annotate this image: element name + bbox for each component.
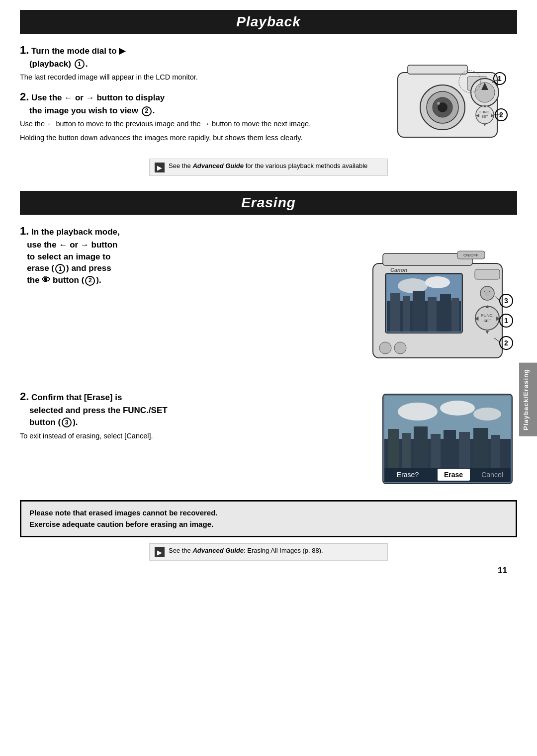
svg-point-66 [440,401,475,416]
svg-rect-74 [459,432,470,469]
svg-point-65 [398,403,438,420]
svg-rect-75 [473,428,488,469]
page-number: 11 [498,566,507,576]
playback-camera-svg: 1 2 FUNC. SET ▲ ▼ ◀ ▶ [378,43,517,152]
svg-text:Cancel: Cancel [481,471,503,479]
right-tab-text: Playback/Erasing [522,369,530,430]
step1-number: 1. [20,44,29,56]
svg-text:▲: ▲ [483,103,487,108]
svg-rect-76 [491,435,500,469]
erasing-section: Erasing 1. In the playback mode, use the… [20,191,517,561]
erasing-hint-box: ▶ See the Advanced Guide: Erasing All Im… [149,543,388,561]
erasing-step2-title: 2. Confirm that [Erase] is selected and … [20,389,368,428]
erasing-step2-title-text: Confirm that [Erase] is selected and pre… [20,393,168,427]
playback-step2-body2: Holding the button down advances the ima… [20,133,368,144]
erasing-hint-text: See the Advanced Guide: Erasing All Imag… [169,547,323,554]
svg-rect-73 [444,430,456,469]
svg-point-42 [475,306,499,330]
erasing-step1-text: 1. In the playback mode, use the ← or → … [20,224,353,288]
svg-text:🗑: 🗑 [483,289,491,297]
erasing-step2-block: 2. Confirm that [Erase] is selected and … [20,389,517,490]
playback-text: 1. Turn the mode dial to ▶ (playback) 1.… [20,43,368,150]
circle-2: 2 [142,106,152,116]
erase-screen-svg: Erase? Erase Cancel [378,389,517,489]
playback-camera-illustration: 1 2 FUNC. SET ▲ ▼ ◀ ▶ [378,43,517,154]
hint-arrow-icon: ▶ [155,163,165,172]
erasing-camera-svg: ON/OFF [363,224,517,378]
right-side-tab: Playback/Erasing [519,363,537,436]
svg-text:1: 1 [504,317,508,325]
erasing-step1-number: 1. [20,225,29,237]
svg-point-67 [473,408,501,420]
playback-step1-title: 1. Turn the mode dial to ▶ (playback) 1. [20,43,368,70]
playback-hint-text: See the Advanced Guide for the various p… [169,162,367,169]
svg-text:FUNC.: FUNC. [481,313,493,318]
svg-text:▲: ▲ [485,303,490,309]
warning-line1: Please note that erased images cannot be… [29,507,508,519]
svg-text:Erase: Erase [444,471,463,479]
svg-rect-39 [440,294,451,332]
svg-text:2: 2 [504,339,508,347]
svg-rect-36 [403,296,410,332]
svg-point-33 [425,276,450,288]
step2-number: 2. [20,90,29,103]
circle-erase-1: 1 [55,264,65,274]
playback-hint-box: ▶ See the Advanced Guide for the various… [149,159,388,176]
erasing-step1-block: 1. In the playback mode, use the ← or → … [20,224,517,379]
svg-rect-38 [428,297,437,332]
svg-text:▼: ▼ [485,329,490,335]
warning-box: Please note that erased images cannot be… [20,500,517,537]
svg-point-61 [379,342,391,354]
svg-rect-37 [413,291,425,332]
svg-text:FUNC.: FUNC. [479,110,490,114]
svg-rect-6 [408,65,467,74]
svg-text:1: 1 [498,75,502,83]
svg-text:▶: ▶ [491,113,494,118]
erasing-camera-illustration: ON/OFF [363,224,517,379]
playback-step2-title: 2. Use the ← or → button to display the … [20,89,368,117]
svg-rect-40 [451,298,459,332]
warning-line2: Exercise adequate caution before erasing… [29,519,508,530]
circle-erase-3: 3 [62,418,72,427]
erasing-step1-title: 1. In the playback mode, use the ← or → … [20,224,353,286]
svg-text:SET: SET [481,115,488,118]
circle-erase-2: 2 [85,276,95,286]
playback-step2-body1: Use the ← button to move to the previous… [20,119,368,130]
svg-rect-51 [475,269,500,279]
playback-step2: 2. Use the ← or → button to display the … [20,89,368,143]
erasing-step2-number: 2. [20,390,29,403]
circle-1: 1 [75,59,85,69]
erasing-step2-text: 2. Confirm that [Erase] is selected and … [20,389,368,442]
svg-text:◀: ◀ [476,113,479,118]
svg-text:Canon: Canon [390,267,408,273]
svg-text:▼: ▼ [483,122,487,127]
svg-rect-70 [402,433,411,469]
svg-rect-35 [390,293,400,332]
erasing-header: Erasing [20,191,517,215]
playback-step1-body: The last recorded image will appear in t… [20,72,368,83]
playback-header: Playback [20,10,517,34]
svg-text:ON/OFF: ON/OFF [463,253,478,257]
svg-rect-71 [414,426,428,469]
svg-rect-69 [388,429,399,469]
playback-step1-title-text: Turn the mode dial to ▶ (playback) 1. [20,46,125,69]
erasing-step1-title-text: In the playback mode, use the ← or → but… [20,227,120,285]
svg-text:SET: SET [483,319,491,323]
svg-rect-72 [431,434,441,469]
svg-point-5 [437,102,440,105]
playback-step1: 1. Turn the mode dial to ▶ (playback) 1.… [20,43,368,83]
erase-screen-illustration: Erase? Erase Cancel [378,389,517,490]
playback-section: Playback 1. Turn the mode dial to ▶ (pla… [20,10,517,176]
svg-text:Erase?: Erase? [397,471,419,479]
erasing-hint-arrow-icon: ▶ [155,547,165,557]
svg-text:3: 3 [504,297,508,305]
erasing-step2-body: To exit instead of erasing, select [Canc… [20,431,368,442]
svg-text:◀: ◀ [474,315,479,321]
playback-step2-title-text: Use the ← or → button to display the ima… [20,93,165,115]
svg-point-62 [394,342,406,354]
